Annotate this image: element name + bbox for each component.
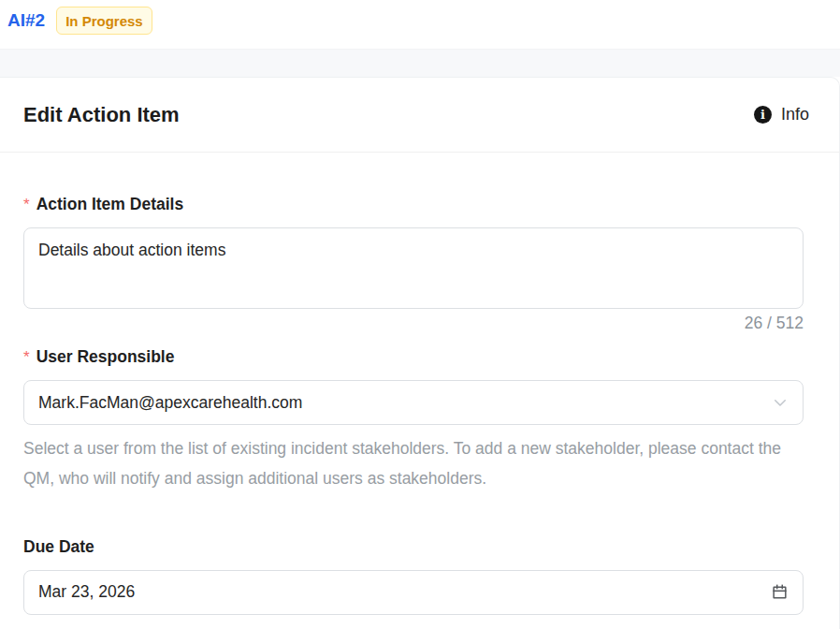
due-date-field: Due Date Mar 23, 2026 bbox=[23, 537, 804, 615]
due-date-label: Due Date bbox=[23, 537, 94, 557]
due-date-value: Mar 23, 2026 bbox=[38, 582, 135, 602]
user-responsible-value: Mark.FacMan@apexcarehealth.com bbox=[38, 393, 302, 413]
due-date-label-row: Due Date bbox=[23, 537, 804, 557]
edit-action-item-form: * Action Item Details Details about acti… bbox=[0, 153, 839, 629]
details-label: Action Item Details bbox=[36, 195, 184, 214]
calendar-icon bbox=[771, 583, 789, 601]
user-responsible-select[interactable]: Mark.FacMan@apexcarehealth.com bbox=[23, 380, 804, 425]
chevron-down-icon bbox=[772, 394, 789, 411]
background-band bbox=[0, 49, 840, 77]
user-responsible-label-row: * User Responsible bbox=[23, 347, 804, 367]
info-icon: i bbox=[754, 106, 772, 124]
character-counter: 26 / 512 bbox=[23, 314, 804, 333]
edit-action-item-card: Edit Action Item i Info * Action Item De… bbox=[0, 77, 840, 629]
user-responsible-field: * User Responsible Mark.FacMan@apexcareh… bbox=[23, 347, 804, 494]
required-asterisk: * bbox=[23, 348, 30, 367]
details-label-row: * Action Item Details bbox=[23, 195, 804, 214]
details-textarea[interactable]: Details about action items bbox=[23, 227, 804, 309]
action-item-id-link[interactable]: AI#2 bbox=[7, 10, 45, 31]
info-button[interactable]: i Info bbox=[754, 105, 809, 124]
page-title: Edit Action Item bbox=[23, 103, 180, 127]
user-responsible-label: User Responsible bbox=[36, 347, 175, 367]
status-badge: In Progress bbox=[56, 7, 152, 35]
page: AI#2 In Progress Edit Action Item i Info… bbox=[0, 0, 840, 629]
due-date-input[interactable]: Mar 23, 2026 bbox=[23, 570, 804, 615]
card-header: Edit Action Item i Info bbox=[0, 78, 839, 153]
details-field: * Action Item Details Details about acti… bbox=[23, 195, 804, 333]
breadcrumb-row: AI#2 In Progress bbox=[0, 0, 840, 49]
required-asterisk: * bbox=[23, 196, 30, 214]
user-responsible-help-text: Select a user from the list of existing … bbox=[23, 433, 804, 494]
info-label: Info bbox=[781, 105, 809, 124]
